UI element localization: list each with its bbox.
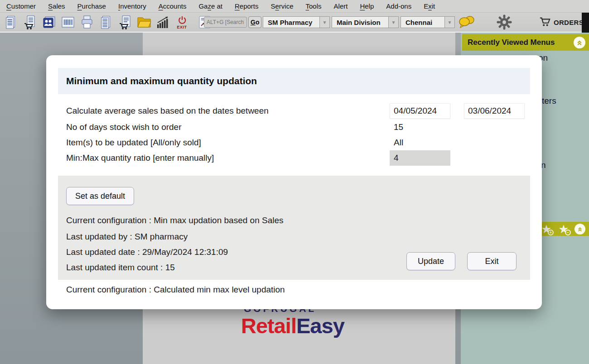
company-dropdown[interactable]: SM Pharmacy ▼ — [263, 16, 330, 28]
sales-graph-icon[interactable] — [155, 14, 171, 31]
customers-icon[interactable] — [41, 14, 57, 31]
sales-cart-icon[interactable] — [22, 14, 38, 31]
orders-cart-icon — [539, 16, 551, 29]
bottom-config-text: Current configuration : Calculated min m… — [66, 285, 285, 295]
items-updated-value[interactable]: All — [390, 138, 403, 148]
last-updated-count-text: Last updated item count : 15 — [66, 263, 175, 273]
menu-item-fragment[interactable]: ters — [542, 96, 556, 106]
orders-label: ORDERS — [554, 19, 584, 26]
menu-inventory[interactable]: Inventory — [118, 2, 146, 10]
chat-bubbles-icon[interactable] — [458, 13, 476, 32]
ratio-row: Min:Max quantity ratio [enter manually] … — [66, 150, 522, 166]
application-window: CustomerSalesPurchaseInventoryAccountsGa… — [0, 0, 589, 364]
update-button[interactable]: Update — [406, 252, 455, 270]
recently-viewed-menus-title: Recently Viewed Menus — [468, 38, 555, 47]
to-date-field[interactable]: 03/06/2024 — [464, 103, 525, 119]
menu-exit[interactable]: Exit — [424, 2, 435, 10]
exit-button[interactable]: Exit — [467, 252, 517, 270]
set-as-default-button[interactable]: Set as default — [66, 187, 134, 205]
global-search-input[interactable] — [204, 17, 247, 28]
ratio-label: Min:Max quantity ratio [enter manually] — [66, 153, 214, 163]
go-button[interactable]: Go — [248, 16, 261, 28]
chevron-down-icon[interactable]: ▼ — [444, 17, 454, 28]
dates-row-label: Calculate average sales based on the dat… — [66, 106, 269, 116]
toolbar-icon-group: EXIT — [3, 13, 212, 32]
folder-icon[interactable] — [136, 14, 152, 31]
items-updated-row: Item(s) to be updated [All/only sold] Al… — [66, 135, 522, 150]
location-dropdown-value: Chennai — [401, 17, 444, 28]
chevron-down-icon[interactable]: ▼ — [388, 17, 398, 28]
exit-icon-label: EXIT — [177, 25, 187, 29]
collapse-chevron-icon[interactable] — [575, 224, 585, 235]
min-max-quantity-dialog: Minimum and maximum quantity updation Ca… — [46, 55, 542, 309]
menu-accounts[interactable]: Accounts — [159, 2, 187, 10]
favorite-add-icon[interactable]: ★+ — [540, 223, 553, 235]
dialog-title: Minimum and maximum quantity updation — [66, 76, 257, 86]
days-stock-row: No of days stock wish to order 15 — [66, 120, 522, 135]
menu-customer[interactable]: Customer — [6, 2, 36, 10]
dates-row: Calculate average sales based on the dat… — [66, 103, 522, 119]
toolbar-end-strip — [582, 13, 589, 33]
menu-reports[interactable]: Reports — [235, 2, 259, 10]
print-icon[interactable] — [79, 14, 95, 31]
current-config-text: Current configuration : Min max updation… — [66, 216, 284, 225]
settings-gear-icon[interactable] — [496, 13, 512, 32]
from-date-field[interactable]: 04/05/2024 — [390, 103, 450, 119]
last-updated-by-text: Last updated by : SM pharmacy — [66, 232, 188, 242]
menu-tools[interactable]: Tools — [306, 2, 322, 10]
barcode-icon[interactable] — [60, 14, 76, 31]
menu-help[interactable]: Help — [360, 2, 374, 10]
division-dropdown[interactable]: Main Division ▼ — [332, 16, 399, 28]
orders-button[interactable]: ORDERS — [539, 13, 584, 32]
menu-gaze-at[interactable]: Gaze at — [198, 2, 222, 10]
ratio-input[interactable]: 4 — [390, 150, 450, 166]
chevron-down-icon[interactable]: ▼ — [319, 17, 329, 28]
menu-bar: CustomerSalesPurchaseInventoryAccountsGa… — [0, 0, 589, 13]
dialog-config-section: Set as default Current configuration : M… — [58, 176, 530, 280]
dialog-header: Minimum and maximum quantity updation — [58, 68, 530, 94]
menu-add-ons[interactable]: Add-ons — [386, 2, 411, 10]
menu-service[interactable]: Service — [271, 2, 294, 10]
toolbar: EXIT Go SM Pharmacy ▼ Main Division ▼ — [0, 13, 589, 33]
days-stock-label: No of days stock wish to order — [66, 122, 182, 132]
company-dropdown-value: SM Pharmacy — [263, 17, 319, 28]
exit-power-icon[interactable]: EXIT — [174, 14, 190, 31]
recently-viewed-menus-header[interactable]: Recently Viewed Menus — [462, 34, 589, 51]
menu-purchase[interactable]: Purchase — [77, 2, 106, 10]
last-updated-date-text: Last updated date : 29/May/2024 12:31:09 — [66, 247, 228, 257]
days-stock-value[interactable]: 15 — [390, 122, 403, 132]
invoice-icon[interactable] — [3, 14, 19, 31]
location-dropdown[interactable]: Chennai ▼ — [401, 16, 455, 28]
favorite-remove-icon[interactable]: ★− — [557, 223, 570, 235]
items-updated-label: Item(s) to be updated [All/only sold] — [66, 138, 201, 148]
division-dropdown-value: Main Division — [332, 17, 388, 28]
menu-alert[interactable]: Alert — [334, 2, 348, 10]
menu-sales[interactable]: Sales — [48, 2, 65, 10]
list-document-icon[interactable] — [98, 14, 114, 31]
collapse-chevron-icon[interactable] — [574, 37, 585, 48]
retaileasy-wordmark: RetailEasy — [241, 314, 344, 338]
purchase-cart-icon[interactable] — [117, 14, 133, 31]
